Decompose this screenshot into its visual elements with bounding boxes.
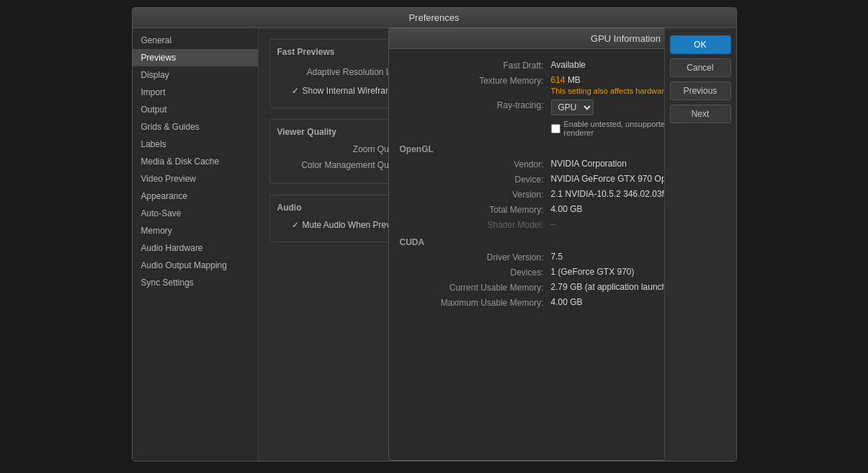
show-wireframes-label: Show Internal Wireframes bbox=[303, 86, 402, 96]
sidebar-item-audio-output-mapping[interactable]: Audio Output Mapping bbox=[133, 257, 258, 274]
shader-model-label: Shader Model: bbox=[400, 219, 544, 230]
cuda-devices-value: 1 (GeForce GTX 970) bbox=[551, 267, 664, 277]
sidebar-item-audio-hardware[interactable]: Audio Hardware bbox=[133, 239, 258, 257]
wireframes-checkmark: ✓ bbox=[292, 86, 299, 96]
sidebar-item-labels[interactable]: Labels bbox=[133, 136, 258, 153]
cuda-devices-label: Devices: bbox=[400, 267, 544, 278]
total-memory-label: Total Memory: bbox=[400, 204, 544, 215]
version-label: Version: bbox=[400, 189, 544, 200]
current-memory-value: 2.79 GB (at application launch) bbox=[551, 282, 664, 292]
cancel-button[interactable]: Cancel bbox=[670, 58, 731, 77]
gpu-info-overlay: GPU Information Fast Draft: Available Te… bbox=[388, 28, 664, 461]
cuda-label: Enable untested, unsupported GPU for CUD… bbox=[564, 120, 664, 137]
main-panel: Fast Previews Adaptive Resolution Limit:… bbox=[259, 28, 664, 461]
sidebar-item-memory[interactable]: Memory bbox=[133, 222, 258, 239]
mute-checkmark: ✓ bbox=[292, 220, 299, 230]
ray-tracing-row: Ray-tracing: GPU CPU Off bbox=[400, 100, 664, 115]
zoom-quality-label: Zoom Quality: bbox=[277, 144, 407, 154]
ray-tracing-block: GPU CPU Off bbox=[551, 100, 594, 115]
driver-version-row: Driver Version: 7.5 bbox=[400, 252, 664, 262]
vendor-label: Vendor: bbox=[400, 159, 544, 169]
gpu-info-title-bar: GPU Information bbox=[389, 29, 664, 49]
ray-tracing-select[interactable]: GPU CPU Off bbox=[551, 100, 594, 115]
title-bar: Preferences bbox=[133, 8, 736, 28]
adaptive-resolution-label: Adaptive Resolution Limit: bbox=[277, 67, 407, 77]
texture-memory-row: Texture Memory: 614 MB This setting also… bbox=[400, 75, 664, 95]
fast-draft-value: Available bbox=[551, 60, 664, 70]
sidebar-item-output[interactable]: Output bbox=[133, 101, 258, 118]
color-mgmt-label: Color Management Quality: bbox=[277, 160, 407, 170]
texture-memory-block: 614 MB This setting also affects hardwar… bbox=[551, 75, 664, 95]
sidebar-item-import[interactable]: Import bbox=[133, 84, 258, 101]
version-row: Version: 2.1 NVIDIA-10.5.2 346.02.03f05 bbox=[400, 189, 664, 200]
buttons-panel: OK Cancel Previous Next bbox=[664, 28, 736, 461]
ray-tracing-label: Ray-tracing: bbox=[400, 100, 544, 110]
texture-memory-label: Texture Memory: bbox=[400, 75, 544, 86]
max-memory-label: Maximum Usable Memory: bbox=[400, 297, 544, 308]
current-memory-label: Current Usable Memory: bbox=[400, 282, 544, 293]
previous-button[interactable]: Previous bbox=[670, 81, 731, 100]
sidebar-item-media-disk-cache[interactable]: Media & Disk Cache bbox=[133, 153, 258, 170]
driver-version-label: Driver Version: bbox=[400, 252, 544, 262]
total-memory-value: 4.00 GB bbox=[551, 204, 664, 214]
driver-version-value: 7.5 bbox=[551, 252, 664, 262]
sidebar-item-previews[interactable]: Previews bbox=[133, 49, 258, 66]
version-value: 2.1 NVIDIA-10.5.2 346.02.03f05 bbox=[551, 189, 664, 199]
device-row: Device: NVIDIA GeForce GTX 970 OpenGL En… bbox=[400, 174, 664, 185]
texture-memory-value: 614 bbox=[551, 75, 565, 85]
device-value: NVIDIA GeForce GTX 970 OpenGL Engine bbox=[551, 174, 664, 184]
sidebar-item-general[interactable]: General bbox=[133, 32, 258, 49]
texture-memory-note: This setting also affects hardware-accel… bbox=[551, 87, 664, 95]
cuda-section-title: CUDA bbox=[400, 237, 664, 247]
max-memory-row: Maximum Usable Memory: 4.00 GB bbox=[400, 297, 664, 308]
sidebar: General Previews Display Import Output G… bbox=[133, 28, 259, 461]
fast-draft-row: Fast Draft: Available bbox=[400, 60, 664, 71]
total-memory-row: Total Memory: 4.00 GB bbox=[400, 204, 664, 215]
sidebar-item-grids-guides[interactable]: Grids & Guides bbox=[133, 118, 258, 136]
gpu-info-content: Fast Draft: Available Texture Memory: 61… bbox=[389, 49, 664, 323]
sidebar-item-display[interactable]: Display bbox=[133, 66, 258, 84]
sidebar-item-video-preview[interactable]: Video Preview bbox=[133, 170, 258, 187]
cuda-checkbox[interactable] bbox=[551, 124, 560, 133]
vendor-row: Vendor: NVIDIA Corporation bbox=[400, 159, 664, 169]
next-button[interactable]: Next bbox=[670, 105, 731, 123]
gpu-info-title: GPU Information bbox=[591, 33, 661, 44]
vendor-value: NVIDIA Corporation bbox=[551, 159, 664, 169]
ray-tracing-cuda-row: Enable untested, unsupported GPU for CUD… bbox=[551, 120, 664, 137]
shader-model-value: – bbox=[551, 219, 664, 229]
sidebar-item-auto-save[interactable]: Auto-Save bbox=[133, 205, 258, 222]
window-title: Preferences bbox=[408, 12, 459, 23]
max-memory-value: 4.00 GB bbox=[551, 297, 664, 307]
shader-model-row: Shader Model: – bbox=[400, 219, 664, 230]
opengl-title: OpenGL bbox=[400, 144, 664, 154]
sidebar-item-appearance[interactable]: Appearance bbox=[133, 187, 258, 205]
texture-memory-unit: MB bbox=[568, 75, 581, 85]
sidebar-item-sync-settings[interactable]: Sync Settings bbox=[133, 274, 258, 291]
preferences-window: Preferences General Previews Display Imp… bbox=[132, 7, 737, 461]
current-memory-row: Current Usable Memory: 2.79 GB (at appli… bbox=[400, 282, 664, 293]
device-label: Device: bbox=[400, 174, 544, 185]
fast-draft-label: Fast Draft: bbox=[400, 60, 544, 71]
ok-button[interactable]: OK bbox=[670, 35, 731, 54]
cuda-devices-row: Devices: 1 (GeForce GTX 970) bbox=[400, 267, 664, 278]
